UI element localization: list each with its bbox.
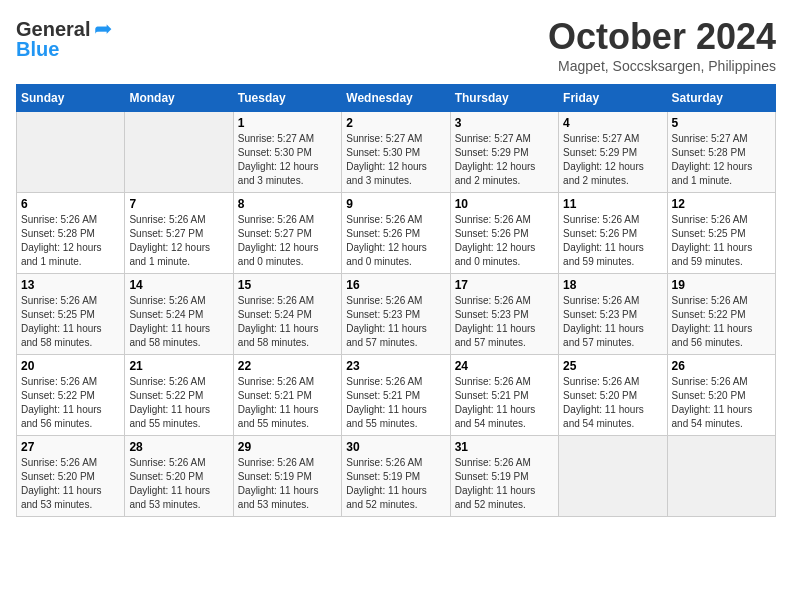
day-info: Sunrise: 5:26 AM Sunset: 5:19 PM Dayligh… — [238, 456, 337, 512]
day-info: Sunrise: 5:26 AM Sunset: 5:26 PM Dayligh… — [346, 213, 445, 269]
day-info: Sunrise: 5:26 AM Sunset: 5:23 PM Dayligh… — [563, 294, 662, 350]
day-info: Sunrise: 5:27 AM Sunset: 5:28 PM Dayligh… — [672, 132, 771, 188]
day-cell: 19Sunrise: 5:26 AM Sunset: 5:22 PM Dayli… — [667, 274, 775, 355]
day-info: Sunrise: 5:26 AM Sunset: 5:28 PM Dayligh… — [21, 213, 120, 269]
day-cell — [125, 112, 233, 193]
day-cell: 29Sunrise: 5:26 AM Sunset: 5:19 PM Dayli… — [233, 436, 341, 517]
day-cell: 21Sunrise: 5:26 AM Sunset: 5:22 PM Dayli… — [125, 355, 233, 436]
day-info: Sunrise: 5:26 AM Sunset: 5:22 PM Dayligh… — [129, 375, 228, 431]
day-number: 27 — [21, 440, 120, 454]
page-header: General ➦ Blue October 2024 Magpet, Socc… — [16, 16, 776, 74]
day-info: Sunrise: 5:26 AM Sunset: 5:25 PM Dayligh… — [672, 213, 771, 269]
day-cell: 4Sunrise: 5:27 AM Sunset: 5:29 PM Daylig… — [559, 112, 667, 193]
day-cell: 8Sunrise: 5:26 AM Sunset: 5:27 PM Daylig… — [233, 193, 341, 274]
day-number: 28 — [129, 440, 228, 454]
day-info: Sunrise: 5:26 AM Sunset: 5:26 PM Dayligh… — [563, 213, 662, 269]
day-number: 12 — [672, 197, 771, 211]
header-row: SundayMondayTuesdayWednesdayThursdayFrid… — [17, 85, 776, 112]
day-number: 11 — [563, 197, 662, 211]
logo: General ➦ Blue — [16, 16, 112, 61]
day-cell: 28Sunrise: 5:26 AM Sunset: 5:20 PM Dayli… — [125, 436, 233, 517]
day-info: Sunrise: 5:26 AM Sunset: 5:24 PM Dayligh… — [238, 294, 337, 350]
day-number: 14 — [129, 278, 228, 292]
day-info: Sunrise: 5:26 AM Sunset: 5:27 PM Dayligh… — [129, 213, 228, 269]
day-cell: 2Sunrise: 5:27 AM Sunset: 5:30 PM Daylig… — [342, 112, 450, 193]
day-info: Sunrise: 5:26 AM Sunset: 5:22 PM Dayligh… — [21, 375, 120, 431]
day-cell: 23Sunrise: 5:26 AM Sunset: 5:21 PM Dayli… — [342, 355, 450, 436]
day-number: 13 — [21, 278, 120, 292]
day-number: 19 — [672, 278, 771, 292]
day-cell — [17, 112, 125, 193]
day-number: 2 — [346, 116, 445, 130]
day-number: 26 — [672, 359, 771, 373]
title-block: October 2024 Magpet, Soccsksargen, Phili… — [548, 16, 776, 74]
location: Magpet, Soccsksargen, Philippines — [548, 58, 776, 74]
day-number: 3 — [455, 116, 554, 130]
week-row-4: 20Sunrise: 5:26 AM Sunset: 5:22 PM Dayli… — [17, 355, 776, 436]
day-info: Sunrise: 5:26 AM Sunset: 5:20 PM Dayligh… — [563, 375, 662, 431]
logo-bird-icon: ➦ — [94, 16, 112, 42]
day-number: 1 — [238, 116, 337, 130]
day-info: Sunrise: 5:26 AM Sunset: 5:20 PM Dayligh… — [672, 375, 771, 431]
day-number: 9 — [346, 197, 445, 211]
day-info: Sunrise: 5:27 AM Sunset: 5:30 PM Dayligh… — [238, 132, 337, 188]
day-number: 18 — [563, 278, 662, 292]
col-header-monday: Monday — [125, 85, 233, 112]
col-header-wednesday: Wednesday — [342, 85, 450, 112]
day-cell: 9Sunrise: 5:26 AM Sunset: 5:26 PM Daylig… — [342, 193, 450, 274]
day-cell: 3Sunrise: 5:27 AM Sunset: 5:29 PM Daylig… — [450, 112, 558, 193]
day-number: 15 — [238, 278, 337, 292]
day-cell: 10Sunrise: 5:26 AM Sunset: 5:26 PM Dayli… — [450, 193, 558, 274]
day-cell: 17Sunrise: 5:26 AM Sunset: 5:23 PM Dayli… — [450, 274, 558, 355]
day-number: 20 — [21, 359, 120, 373]
day-cell: 1Sunrise: 5:27 AM Sunset: 5:30 PM Daylig… — [233, 112, 341, 193]
day-number: 7 — [129, 197, 228, 211]
day-cell: 20Sunrise: 5:26 AM Sunset: 5:22 PM Dayli… — [17, 355, 125, 436]
day-number: 23 — [346, 359, 445, 373]
day-number: 25 — [563, 359, 662, 373]
day-cell: 27Sunrise: 5:26 AM Sunset: 5:20 PM Dayli… — [17, 436, 125, 517]
week-row-2: 6Sunrise: 5:26 AM Sunset: 5:28 PM Daylig… — [17, 193, 776, 274]
day-number: 22 — [238, 359, 337, 373]
col-header-saturday: Saturday — [667, 85, 775, 112]
day-info: Sunrise: 5:26 AM Sunset: 5:27 PM Dayligh… — [238, 213, 337, 269]
day-cell: 11Sunrise: 5:26 AM Sunset: 5:26 PM Dayli… — [559, 193, 667, 274]
day-cell: 26Sunrise: 5:26 AM Sunset: 5:20 PM Dayli… — [667, 355, 775, 436]
week-row-5: 27Sunrise: 5:26 AM Sunset: 5:20 PM Dayli… — [17, 436, 776, 517]
day-number: 21 — [129, 359, 228, 373]
day-info: Sunrise: 5:26 AM Sunset: 5:19 PM Dayligh… — [346, 456, 445, 512]
day-info: Sunrise: 5:26 AM Sunset: 5:23 PM Dayligh… — [455, 294, 554, 350]
day-cell: 18Sunrise: 5:26 AM Sunset: 5:23 PM Dayli… — [559, 274, 667, 355]
day-info: Sunrise: 5:26 AM Sunset: 5:24 PM Dayligh… — [129, 294, 228, 350]
day-cell: 7Sunrise: 5:26 AM Sunset: 5:27 PM Daylig… — [125, 193, 233, 274]
day-cell: 15Sunrise: 5:26 AM Sunset: 5:24 PM Dayli… — [233, 274, 341, 355]
col-header-thursday: Thursday — [450, 85, 558, 112]
month-title: October 2024 — [548, 16, 776, 58]
col-header-tuesday: Tuesday — [233, 85, 341, 112]
day-cell: 6Sunrise: 5:26 AM Sunset: 5:28 PM Daylig… — [17, 193, 125, 274]
day-cell — [559, 436, 667, 517]
day-cell: 16Sunrise: 5:26 AM Sunset: 5:23 PM Dayli… — [342, 274, 450, 355]
day-cell: 22Sunrise: 5:26 AM Sunset: 5:21 PM Dayli… — [233, 355, 341, 436]
day-info: Sunrise: 5:26 AM Sunset: 5:19 PM Dayligh… — [455, 456, 554, 512]
day-info: Sunrise: 5:27 AM Sunset: 5:29 PM Dayligh… — [563, 132, 662, 188]
day-number: 10 — [455, 197, 554, 211]
week-row-1: 1Sunrise: 5:27 AM Sunset: 5:30 PM Daylig… — [17, 112, 776, 193]
day-info: Sunrise: 5:26 AM Sunset: 5:21 PM Dayligh… — [455, 375, 554, 431]
day-info: Sunrise: 5:27 AM Sunset: 5:30 PM Dayligh… — [346, 132, 445, 188]
day-number: 8 — [238, 197, 337, 211]
day-cell: 5Sunrise: 5:27 AM Sunset: 5:28 PM Daylig… — [667, 112, 775, 193]
day-number: 17 — [455, 278, 554, 292]
day-number: 24 — [455, 359, 554, 373]
day-info: Sunrise: 5:26 AM Sunset: 5:21 PM Dayligh… — [238, 375, 337, 431]
col-header-friday: Friday — [559, 85, 667, 112]
day-number: 30 — [346, 440, 445, 454]
day-number: 16 — [346, 278, 445, 292]
calendar-table: SundayMondayTuesdayWednesdayThursdayFrid… — [16, 84, 776, 517]
day-number: 6 — [21, 197, 120, 211]
day-number: 29 — [238, 440, 337, 454]
day-info: Sunrise: 5:26 AM Sunset: 5:26 PM Dayligh… — [455, 213, 554, 269]
day-number: 31 — [455, 440, 554, 454]
day-cell: 24Sunrise: 5:26 AM Sunset: 5:21 PM Dayli… — [450, 355, 558, 436]
week-row-3: 13Sunrise: 5:26 AM Sunset: 5:25 PM Dayli… — [17, 274, 776, 355]
